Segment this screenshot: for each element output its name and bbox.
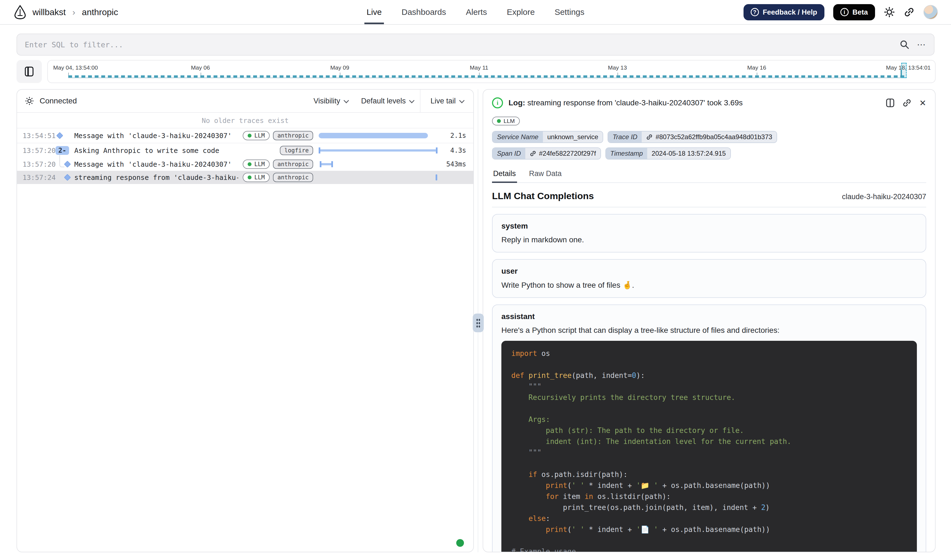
section-header: LLM Chat Completions claude-3-haiku-2024… bbox=[492, 183, 926, 208]
feedback-help-label: Feedback / Help bbox=[763, 8, 817, 17]
message-text: Write Python to show a tree of files 🤞. bbox=[501, 280, 917, 290]
live-indicator-dot bbox=[456, 539, 464, 547]
trace-badges: LLM anthropic bbox=[243, 160, 313, 169]
duration-bar-track bbox=[319, 147, 439, 154]
gear-icon[interactable] bbox=[25, 96, 34, 106]
tab-settings[interactable]: Settings bbox=[555, 0, 584, 24]
timeline-label: May 13 bbox=[608, 65, 627, 71]
default-levels-label: Default levels bbox=[361, 97, 405, 105]
message-card-assistant: assistant Here's a Python script that ca… bbox=[492, 305, 926, 552]
connection-status: Connected bbox=[40, 97, 77, 105]
trace-row-selected[interactable]: 13:57:24 streaming response from 'claude… bbox=[17, 171, 473, 184]
tag-badge: logfire bbox=[280, 146, 313, 155]
attr-label: Timestamp bbox=[606, 148, 647, 159]
span-diamond-icon bbox=[56, 132, 63, 139]
duration-bar bbox=[319, 133, 428, 138]
detail-tabs: Details Raw Data bbox=[492, 166, 926, 183]
trace-duration: 2.1s bbox=[439, 132, 466, 140]
attr-label: Span ID bbox=[493, 148, 525, 159]
app-header: willbakst › anthropic Live Dashboards Al… bbox=[0, 0, 951, 25]
breadcrumb: willbakst › anthropic bbox=[13, 5, 118, 20]
time-range-track[interactable]: May 04, 13:54:00 May 06 May 09 May 11 Ma… bbox=[47, 60, 936, 83]
trace-list-controls: Visibility Default levels Live tail bbox=[307, 90, 473, 112]
attribute-pills: Service Name unknown_service Trace ID #8… bbox=[492, 131, 877, 166]
trace-id-value: #8073c52a62ffb9ba05c4aa948d01b373 bbox=[655, 133, 772, 141]
tab-explore[interactable]: Explore bbox=[507, 0, 535, 24]
duration-bar bbox=[436, 174, 437, 180]
attr-value: 2024-05-18 13:57:24.915 bbox=[647, 148, 730, 159]
breadcrumb-project[interactable]: anthropic bbox=[82, 7, 118, 17]
trace-gutter bbox=[54, 175, 74, 180]
search-icon[interactable] bbox=[900, 40, 909, 49]
visibility-dropdown[interactable]: Visibility bbox=[307, 90, 355, 112]
beta-label: Beta bbox=[852, 8, 868, 17]
trace-badges: logfire bbox=[280, 146, 313, 155]
live-tail-label: Live tail bbox=[430, 97, 456, 105]
trace-gutter bbox=[54, 133, 74, 138]
theme-toggle-icon[interactable] bbox=[884, 6, 895, 18]
duration-bar-track bbox=[319, 174, 439, 181]
log-title-text: streaming response from 'claude-3-haiku-… bbox=[527, 98, 743, 107]
tab-live[interactable]: Live bbox=[367, 0, 382, 24]
green-dot-icon bbox=[497, 119, 501, 123]
trace-list-panel: Connected Visibility Default levels Live… bbox=[17, 89, 474, 552]
message-card-system: system Reply in markdown one. bbox=[492, 214, 926, 252]
sidebar-toggle-icon[interactable] bbox=[17, 60, 42, 83]
live-tail-dropdown[interactable]: Live tail bbox=[420, 90, 473, 112]
timeline-dashed-line bbox=[68, 75, 907, 78]
timeline-row: May 04, 13:54:00 May 06 May 09 May 11 Ma… bbox=[17, 60, 936, 83]
attr-label: Service Name bbox=[493, 131, 543, 143]
link-chain-icon bbox=[646, 134, 653, 140]
message-text: Reply in markdown one. bbox=[501, 235, 917, 244]
tab-dashboards[interactable]: Dashboards bbox=[401, 0, 446, 24]
feedback-help-button[interactable]: ? Feedback / Help bbox=[743, 4, 825, 20]
attr-value: unknown_service bbox=[543, 131, 603, 143]
trace-time: 13:57:20 bbox=[23, 160, 54, 168]
trace-badges: LLM anthropic bbox=[243, 173, 313, 182]
sql-filter-input[interactable] bbox=[25, 40, 900, 49]
llm-badge: LLM bbox=[243, 173, 270, 182]
span-id-pill[interactable]: Span ID #24fe5822720f297f bbox=[492, 148, 601, 160]
beta-button[interactable]: i Beta bbox=[833, 4, 875, 20]
header-actions: ? Feedback / Help i Beta bbox=[743, 4, 938, 20]
more-options-icon[interactable]: ⋯ bbox=[917, 39, 926, 50]
breadcrumb-org[interactable]: willbakst bbox=[32, 7, 66, 17]
chevron-down-icon bbox=[459, 98, 465, 103]
resize-handle[interactable] bbox=[473, 314, 484, 332]
share-link-icon[interactable] bbox=[904, 6, 915, 18]
trace-row[interactable]: 13:57:20 Message with 'claude-3-haiku-20… bbox=[17, 158, 473, 171]
chevron-down-icon bbox=[344, 98, 349, 103]
info-circle-icon: i bbox=[840, 8, 849, 16]
default-levels-dropdown[interactable]: Default levels bbox=[355, 90, 420, 112]
trace-time: 13:57:20 bbox=[23, 146, 54, 155]
trace-row[interactable]: 13:54:51 Message with 'claude-3-haiku-20… bbox=[17, 128, 473, 143]
message-role: user bbox=[501, 267, 917, 275]
section-title: LLM Chat Completions bbox=[492, 191, 594, 202]
collapse-count-badge[interactable]: 2- bbox=[55, 146, 69, 155]
logfire-logo-icon[interactable] bbox=[13, 5, 27, 20]
tab-raw-data[interactable]: Raw Data bbox=[528, 166, 563, 182]
tab-details[interactable]: Details bbox=[492, 166, 517, 182]
trace-row[interactable]: 13:57:20 2- Asking Anthropic to write so… bbox=[17, 143, 473, 158]
tree-connector bbox=[59, 155, 65, 167]
span-diamond-icon bbox=[64, 161, 71, 168]
message-text: Here's a Python script that can display … bbox=[501, 326, 917, 335]
main-content: Connected Visibility Default levels Live… bbox=[17, 89, 936, 552]
avatar[interactable] bbox=[923, 5, 938, 19]
timeline-label: May 09 bbox=[330, 65, 349, 71]
timeline-selection-band[interactable] bbox=[901, 63, 907, 78]
tab-alerts[interactable]: Alerts bbox=[466, 0, 487, 24]
detail-tags: LLM bbox=[492, 114, 926, 131]
split-view-icon[interactable] bbox=[886, 98, 895, 108]
trace-title: streaming response from 'claude-3-haiku-… bbox=[74, 174, 238, 182]
close-icon[interactable]: ✕ bbox=[919, 98, 926, 108]
trace-title: Message with 'claude-3-haiku-20240307' bbox=[74, 132, 238, 140]
chevron-down-icon bbox=[409, 98, 415, 103]
trace-time: 13:54:51 bbox=[23, 132, 54, 140]
tag-badge: anthropic bbox=[273, 173, 313, 182]
timeline-label: May 11 bbox=[470, 65, 488, 71]
permalink-icon[interactable] bbox=[902, 98, 912, 108]
trace-id-pill[interactable]: Trace ID #8073c52a62ffb9ba05c4aa948d01b3… bbox=[607, 131, 777, 143]
detail-header: i Log: streaming response from 'claude-3… bbox=[492, 90, 926, 114]
attr-value: #24fe5822720f297f bbox=[525, 148, 600, 159]
